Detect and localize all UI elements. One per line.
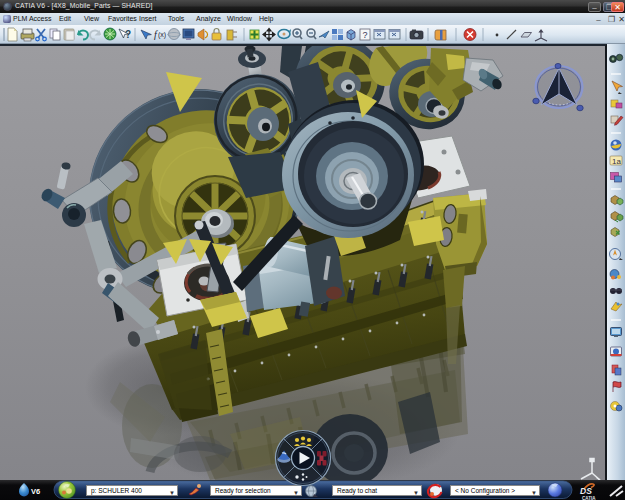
svg-text:?: ? xyxy=(363,30,368,40)
svg-text:(x): (x) xyxy=(158,31,166,39)
svg-text:?: ? xyxy=(125,29,131,40)
svg-text:1a: 1a xyxy=(612,157,621,166)
svg-text:DS: DS xyxy=(580,486,592,496)
svg-text:CATIA: CATIA xyxy=(582,496,596,500)
svg-text:V6: V6 xyxy=(31,487,40,496)
